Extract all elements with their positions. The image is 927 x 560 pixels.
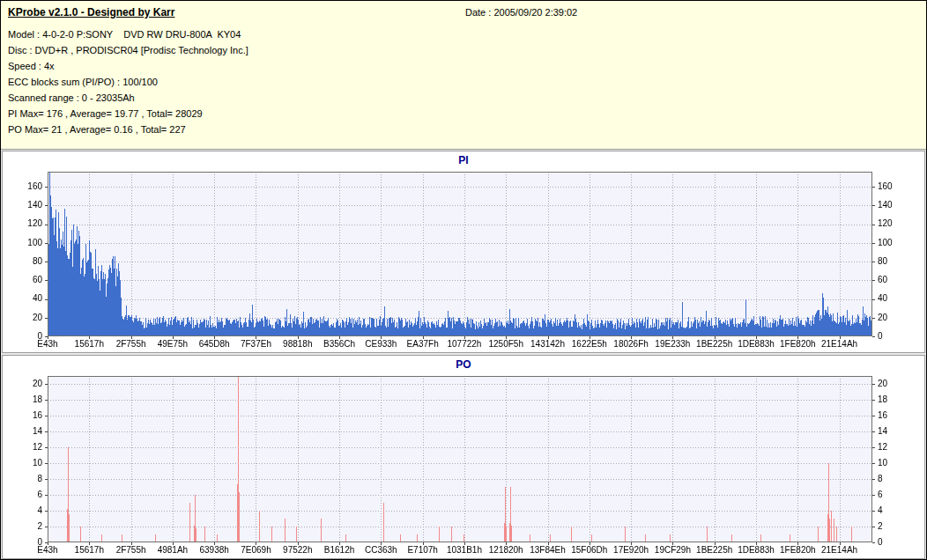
info-line-disc: Disc : DVD+R , PRODISCR04 [Prodisc Techn… — [8, 42, 248, 58]
pi-chart-panel: PI — [2, 151, 925, 353]
info-line-model: Model : 4-0-2-0 P:SONY DVD RW DRU-800A K… — [8, 26, 248, 42]
report-header: KProbe v2.1.0 - Designed by Karr Date : … — [1, 1, 926, 150]
pi-chart-canvas — [4, 167, 923, 350]
po-chart-canvas — [4, 372, 923, 556]
app-title: KProbe v2.1.0 - Designed by Karr — [8, 6, 174, 18]
scan-info: Model : 4-0-2-0 P:SONY DVD RW DRU-800A K… — [8, 26, 248, 137]
kprobe-window: KProbe v2.1.0 - Designed by Karr Date : … — [0, 0, 927, 560]
po-chart-panel: PO — [2, 355, 925, 559]
info-line-range: Scanned range : 0 - 23035Ah — [8, 90, 248, 106]
info-line-po-stats: PO Max= 21 , Average= 0.16 , Total= 227 — [8, 122, 248, 137]
po-chart-title: PO — [3, 356, 924, 372]
pi-chart-title: PI — [3, 151, 924, 167]
info-line-speed: Speed : 4x — [8, 58, 248, 74]
info-line-ecc: ECC blocks sum (PI/PO) : 100/100 — [8, 74, 248, 90]
report-date: Date : 2005/09/20 2:39:02 — [465, 7, 577, 18]
info-line-pi-stats: PI Max= 176 , Average= 19.77 , Total= 28… — [8, 106, 248, 122]
